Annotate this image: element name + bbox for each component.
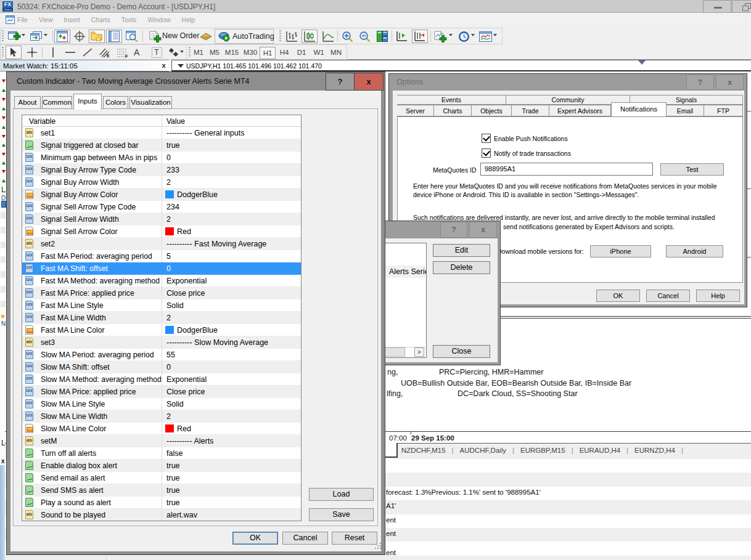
parameter-value[interactable]: 2 <box>166 178 171 187</box>
options-dialog-titlebar[interactable]: Options ? x <box>390 75 746 91</box>
metaquotes-id-input[interactable]: 988995A1 <box>480 163 653 176</box>
indicators-button[interactable] <box>432 30 448 43</box>
options-tab[interactable]: Trade <box>512 105 549 116</box>
parameter-value[interactable]: true <box>166 486 180 495</box>
timeframe-button[interactable]: H1 <box>260 47 276 59</box>
chart-tab[interactable]: AUDCHF,Daily <box>454 447 512 454</box>
parameter-value[interactable]: true <box>166 474 180 482</box>
indicators-dropdown-icon[interactable] <box>449 34 453 36</box>
parameter-value[interactable]: Close price <box>166 388 205 396</box>
templates-button[interactable] <box>477 30 493 43</box>
new-order-label[interactable]: New Order <box>162 31 199 40</box>
bar-chart-button[interactable] <box>284 30 300 43</box>
cancel-button[interactable]: Cancel <box>282 532 328 545</box>
reset-button[interactable]: Reset <box>332 532 377 545</box>
chart-tab[interactable]: EURAUD,H4 <box>573 447 626 454</box>
options-close-button[interactable]: x <box>716 75 744 90</box>
vertical-line-tool-button[interactable] <box>45 46 61 59</box>
options-tab[interactable]: Events <box>397 95 506 105</box>
options-tab[interactable]: Server <box>397 105 434 116</box>
parameter-value[interactable]: ---------- Fast Moving Average <box>166 240 266 248</box>
enable-push-checkbox[interactable] <box>482 134 491 143</box>
options-tab[interactable]: Email <box>667 105 704 116</box>
parameter-value[interactable]: true <box>166 461 180 470</box>
indicator-dialog-titlebar[interactable]: Custom Indicator - Two Moving Average Cr… <box>7 73 384 91</box>
menu-item[interactable]: Insert <box>59 14 86 26</box>
journal-row[interactable] <box>5 556 751 560</box>
parameter-value[interactable]: 233 <box>166 166 179 174</box>
new-order-icon[interactable] <box>147 30 163 43</box>
parameter-value[interactable]: Red <box>177 227 191 236</box>
indicator-help-button[interactable]: ? <box>326 73 355 91</box>
table-column-divider[interactable] <box>162 115 162 521</box>
android-button[interactable]: Android <box>666 245 723 258</box>
tile-windows-button[interactable] <box>374 30 390 43</box>
arrows-dropdown-icon[interactable] <box>180 51 184 53</box>
parameter-value[interactable]: 2 <box>166 314 171 322</box>
options-help-button-bottom[interactable]: Help <box>696 290 740 302</box>
parameter-value[interactable]: DodgerBlue <box>177 190 218 199</box>
parameter-value[interactable]: Solid <box>166 400 184 408</box>
chart-tab[interactable]: EURGBP,M15 <box>514 447 572 454</box>
parameter-value[interactable]: 0 <box>166 264 171 273</box>
indicator-tab[interactable]: Colors <box>103 96 128 109</box>
timeframe-button[interactable]: M15 <box>223 47 241 59</box>
chart-shift-button[interactable] <box>394 30 410 43</box>
timeframe-button[interactable]: W1 <box>310 47 327 59</box>
toolbar-grip[interactable] <box>2 47 4 57</box>
horizontal-line-tool-button[interactable] <box>62 46 78 59</box>
indicator-tab[interactable]: Inputs <box>73 94 102 110</box>
indicator-tab[interactable]: Visualization <box>129 96 172 109</box>
options-tab[interactable]: Expert Advisors <box>549 105 611 116</box>
indicator-close-button[interactable]: x <box>355 73 384 91</box>
options-tab[interactable]: FTP <box>704 105 743 116</box>
parameter-value[interactable]: 2 <box>166 215 171 224</box>
navigator-button[interactable] <box>89 30 105 43</box>
chart-dropdown-icon[interactable] <box>178 64 184 68</box>
parameter-value[interactable]: 55 <box>166 351 175 359</box>
auto-scroll-button[interactable] <box>412 30 428 43</box>
market-watch-button[interactable] <box>54 30 70 43</box>
chart-tab[interactable]: NZDCHF,M15 <box>395 447 452 454</box>
indicator-tab[interactable]: Common <box>42 96 72 109</box>
timeframe-button[interactable]: MN <box>327 47 345 59</box>
options-cancel-button[interactable]: Cancel <box>646 290 690 302</box>
templates-dropdown-icon[interactable] <box>493 34 497 36</box>
toolbar-grip[interactable] <box>279 30 281 42</box>
chart-scroll-caret-icon[interactable] <box>638 60 646 65</box>
parameter-value[interactable]: ---------- Slow Moving Average <box>166 338 268 347</box>
candlestick-chart-button[interactable] <box>302 30 318 43</box>
parameter-value[interactable]: Solid <box>166 301 184 310</box>
toolbar-grip[interactable] <box>2 30 4 42</box>
parameter-value[interactable]: alert.wav <box>166 511 197 519</box>
load-button[interactable]: Load <box>309 488 374 501</box>
parameter-value[interactable]: 2 <box>166 412 171 421</box>
periods-button[interactable] <box>456 30 472 43</box>
list-help-button[interactable]: ? <box>440 222 467 238</box>
menu-item[interactable]: Tools <box>116 14 142 26</box>
text-tool-button[interactable]: A <box>134 47 139 57</box>
list-close-button[interactable]: x <box>469 222 497 238</box>
save-button[interactable]: Save <box>309 508 374 521</box>
delete-button[interactable]: Delete <box>433 261 490 274</box>
parameter-value[interactable]: 0 <box>166 363 171 371</box>
fibonacci-tool-button[interactable]: F <box>115 46 131 59</box>
timeframe-button[interactable]: M5 <box>207 47 223 59</box>
timeframe-button[interactable]: D1 <box>293 47 310 59</box>
restore-button[interactable] <box>732 0 751 13</box>
trendline-tool-button[interactable] <box>80 46 96 59</box>
new-chart-button[interactable] <box>6 30 22 43</box>
text-label-tool-button[interactable]: T <box>149 46 165 59</box>
edit-button[interactable]: Edit <box>433 244 490 257</box>
metaeditor-button[interactable] <box>198 30 214 43</box>
channel-tool-button[interactable]: E <box>97 46 113 59</box>
autotrading-button[interactable]: AutoTrading <box>215 29 274 44</box>
menu-item[interactable]: File <box>12 14 33 26</box>
periods-dropdown-icon[interactable] <box>471 34 475 36</box>
parameter-value[interactable]: 0 <box>166 153 171 162</box>
menu-item[interactable]: Window <box>142 14 176 26</box>
scrollbar-right-arrow[interactable]: > <box>414 347 424 357</box>
ok-button[interactable]: OK <box>232 532 278 545</box>
parameter-value[interactable]: true <box>166 141 180 150</box>
menu-item[interactable]: View <box>33 14 59 26</box>
